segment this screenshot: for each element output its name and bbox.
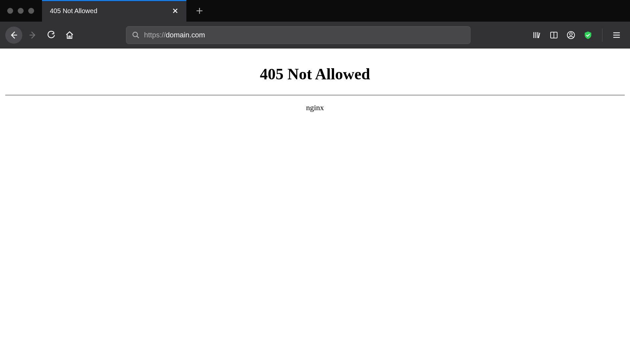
window-minimize-dot[interactable] xyxy=(18,8,24,14)
page-content: 405 Not Allowed nginx xyxy=(0,49,630,112)
browser-toolbar: https://domain.com xyxy=(0,22,630,49)
tab-active-highlight xyxy=(42,0,186,1)
home-button[interactable] xyxy=(62,27,77,43)
server-signature: nginx xyxy=(0,103,630,112)
close-icon xyxy=(172,8,178,14)
hamburger-icon xyxy=(612,31,621,39)
menu-button[interactable] xyxy=(612,30,621,40)
window-maximize-dot[interactable] xyxy=(28,8,34,14)
tab-title: 405 Not Allowed xyxy=(50,7,171,15)
svg-point-3 xyxy=(570,33,572,35)
home-icon xyxy=(65,31,74,39)
reload-icon xyxy=(47,31,55,39)
sidebar-button[interactable] xyxy=(549,30,559,40)
window-close-dot[interactable] xyxy=(7,8,13,14)
error-heading: 405 Not Allowed xyxy=(0,65,630,83)
svg-point-0 xyxy=(133,32,137,37)
browser-chrome: 405 Not Allowed https://domain.com xyxy=(0,0,630,49)
sidebar-icon xyxy=(550,31,558,39)
reload-button[interactable] xyxy=(43,27,59,43)
window-controls xyxy=(0,0,42,22)
arrow-left-icon xyxy=(9,30,18,40)
url-protocol: https:// xyxy=(144,31,166,39)
account-button[interactable] xyxy=(566,30,576,40)
url-display: https://domain.com xyxy=(144,31,205,39)
library-button[interactable] xyxy=(532,30,542,40)
toolbar-right xyxy=(532,29,625,42)
tab-close-button[interactable] xyxy=(171,6,180,15)
forward-button[interactable] xyxy=(25,27,41,43)
new-tab-button[interactable] xyxy=(192,4,207,18)
shield-check-icon xyxy=(584,31,592,39)
address-bar[interactable]: https://domain.com xyxy=(126,26,471,44)
content-divider xyxy=(5,95,625,95)
toolbar-divider xyxy=(602,29,602,42)
tab-strip: 405 Not Allowed xyxy=(0,0,630,22)
url-domain: domain.com xyxy=(166,31,205,39)
browser-tab[interactable]: 405 Not Allowed xyxy=(42,0,186,22)
arrow-right-icon xyxy=(29,31,37,39)
protection-button[interactable] xyxy=(583,30,593,40)
back-button[interactable] xyxy=(5,27,22,44)
search-icon xyxy=(132,31,139,39)
account-icon xyxy=(567,31,575,39)
plus-icon xyxy=(196,7,203,14)
library-icon xyxy=(533,31,541,39)
